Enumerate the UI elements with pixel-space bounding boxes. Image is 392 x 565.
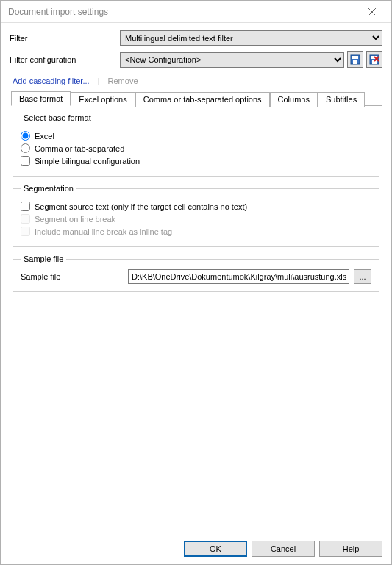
svg-rect-3 [352,56,358,59]
check-seg-source-row[interactable]: Segment source text (only if the target … [21,202,371,211]
check-seg-line-label: Segment on line break [35,215,115,224]
sample-file-group: Sample file Sample file ... [13,255,379,292]
check-seg-inline-row: Include manual line break as inline tag [21,227,371,236]
content-area: Filter Multilingual delimited text filte… [1,23,391,533]
cancel-button[interactable]: Cancel [252,541,315,557]
tab-base-format[interactable]: Base format [11,91,71,106]
close-icon [368,8,376,15]
base-format-group: Select base format Excel Comma or tab-se… [13,113,379,177]
button-bar: OK Cancel Help [1,533,391,564]
tab-excel-options[interactable]: Excel options [71,92,135,107]
check-seg-line [21,214,30,224]
save-delete-icon [369,54,379,65]
help-button[interactable]: Help [319,541,382,557]
radio-excel-row[interactable]: Excel [21,131,371,141]
check-seg-inline-label: Include manual line break as inline tag [35,227,172,236]
tab-csv-options[interactable]: Comma or tab-separated options [135,92,270,107]
remove-cascading-link: Remove [108,77,138,85]
link-separator: | [98,77,100,85]
delete-config-button[interactable] [366,51,382,68]
segmentation-legend: Segmentation [21,184,76,193]
dialog-window: Document import settings Filter Multilin… [0,0,392,565]
config-select[interactable]: <New Configuration> [120,52,344,68]
radio-csv-row[interactable]: Comma or tab-separated [21,143,371,153]
radio-csv[interactable] [21,143,30,153]
sample-file-label: Sample file [21,272,124,281]
cascading-links: Add cascading filter... | Remove [13,77,382,85]
close-button[interactable] [357,1,387,22]
config-label: Filter configuration [10,55,120,64]
check-seg-source[interactable] [21,202,30,211]
check-bilingual-row[interactable]: Simple bilingual configuration [21,156,371,166]
tab-panel-base-format: Select base format Excel Comma or tab-se… [10,106,382,533]
browse-button[interactable]: ... [354,269,371,284]
radio-csv-label: Comma or tab-separated [35,144,124,153]
radio-excel-label: Excel [35,132,54,141]
save-config-button[interactable] [347,51,363,68]
sample-file-legend: Sample file [21,255,66,263]
radio-excel[interactable] [21,131,30,141]
save-icon [350,54,360,65]
config-row: Filter configuration <New Configuration> [10,51,382,68]
filter-select[interactable]: Multilingual delimited text filter [120,30,382,46]
tab-columns[interactable]: Columns [270,92,318,107]
tab-bar: Base format Excel options Comma or tab-s… [11,91,382,106]
titlebar: Document import settings [1,1,391,23]
ok-button[interactable]: OK [184,541,247,557]
check-seg-line-row: Segment on line break [21,214,371,224]
sample-file-input[interactable] [128,269,349,284]
filter-label: Filter [10,34,120,43]
check-bilingual[interactable] [21,156,30,166]
tab-subtitles[interactable]: Subtitles [318,92,365,107]
check-seg-source-label: Segment source text (only if the target … [35,202,247,211]
svg-rect-4 [353,60,357,64]
filter-row: Filter Multilingual delimited text filte… [10,30,382,46]
window-title: Document import settings [8,7,108,17]
check-seg-inline [21,227,30,236]
check-bilingual-label: Simple bilingual configuration [35,157,140,166]
segmentation-group: Segmentation Segment source text (only i… [13,184,379,247]
base-format-legend: Select base format [21,113,94,122]
add-cascading-link[interactable]: Add cascading filter... [13,77,90,85]
